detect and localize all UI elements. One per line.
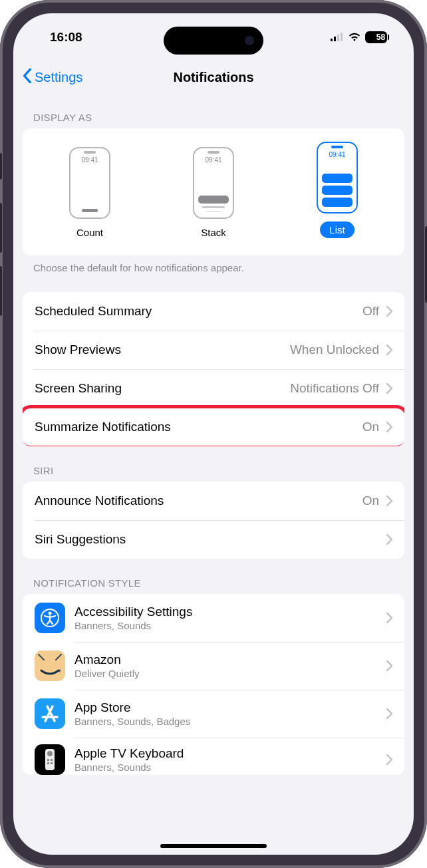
announce-notifications-row[interactable]: Announce Notifications On — [23, 482, 404, 520]
chevron-right-icon — [386, 754, 392, 765]
svg-rect-11 — [51, 762, 53, 764]
screen: 16:08 58 Settings Not — [13, 13, 414, 855]
announce-notifications-value: On — [362, 494, 379, 508]
chevron-right-icon — [386, 345, 392, 355]
chevron-right-icon — [386, 383, 392, 394]
navigation-bar: Settings Notifications — [13, 61, 414, 93]
scheduled-summary-label: Scheduled Summary — [35, 304, 152, 319]
iphone-device-frame: 16:08 58 Settings Not — [0, 0, 427, 868]
screen-sharing-row[interactable]: Screen Sharing Notifications Off — [23, 369, 404, 408]
volume-up-button — [0, 203, 2, 253]
display-as-stack[interactable]: 09:41 Stack — [193, 147, 234, 238]
notification-style-group: Accessibility Settings Banners, Sounds A… — [23, 594, 404, 775]
mute-switch — [0, 153, 2, 180]
battery-icon: 58 — [365, 31, 387, 43]
amazon-app-icon — [35, 651, 65, 681]
app-row-apple-tv-keyboard[interactable]: Apple TV Keyboard Banners, Sounds — [23, 738, 404, 775]
siri-group: Announce Notifications On Siri Suggestio… — [23, 482, 404, 559]
app-row-amazon[interactable]: Amazon Deliver Quietly — [23, 642, 404, 690]
status-right: 58 — [331, 30, 387, 45]
display-as-stack-label: Stack — [201, 227, 226, 238]
accessibility-app-icon — [35, 603, 65, 633]
dynamic-island — [164, 27, 263, 55]
app-sub: Banners, Sounds, Badges — [74, 716, 376, 727]
summarize-notifications-value: On — [362, 420, 379, 434]
chevron-right-icon — [386, 613, 392, 623]
scroll-content[interactable]: DISPLAY AS 09:41 Count 09:41 Stack 09:41 — [13, 93, 414, 775]
chevron-right-icon — [386, 708, 392, 719]
scheduled-summary-row[interactable]: Scheduled Summary Off — [23, 292, 404, 331]
display-as-count[interactable]: 09:41 Count — [69, 147, 110, 238]
display-as-caption: Choose the default for how notifications… — [13, 255, 414, 273]
display-as-picker: 09:41 Count 09:41 Stack 09:41 List — [23, 128, 404, 255]
chevron-right-icon — [386, 422, 392, 432]
cellular-icon — [331, 30, 344, 45]
scheduled-summary-value: Off — [362, 304, 379, 319]
svg-rect-0 — [331, 39, 333, 41]
app-name: Accessibility Settings — [74, 605, 376, 619]
svg-rect-9 — [51, 759, 53, 761]
chevron-right-icon — [386, 534, 392, 545]
svg-rect-3 — [341, 33, 343, 41]
chevron-right-icon — [386, 496, 392, 506]
siri-suggestions-row[interactable]: Siri Suggestions — [23, 520, 404, 559]
app-name: Apple TV Keyboard — [74, 746, 376, 761]
app-name: Amazon — [74, 652, 376, 667]
wifi-icon — [348, 30, 361, 45]
battery-percent: 58 — [376, 33, 385, 42]
notification-style-header: NOTIFICATION STYLE — [13, 559, 414, 594]
summarize-notifications-label: Summarize Notifications — [35, 420, 171, 434]
screen-sharing-label: Screen Sharing — [35, 381, 122, 396]
app-row-app-store[interactable]: App Store Banners, Sounds, Badges — [23, 690, 404, 738]
summarize-notifications-row[interactable]: Summarize Notifications On — [23, 408, 404, 446]
display-as-list[interactable]: 09:41 List — [317, 142, 358, 238]
app-sub: Deliver Quietly — [74, 668, 376, 679]
screen-sharing-value: Notifications Off — [290, 381, 379, 396]
app-sub: Banners, Sounds — [74, 620, 376, 631]
display-as-list-label: List — [320, 221, 354, 238]
app-name: App Store — [74, 700, 376, 715]
chevron-right-icon — [386, 306, 392, 317]
svg-point-5 — [49, 612, 52, 615]
display-as-count-label: Count — [76, 227, 103, 238]
siri-header: SIRI — [13, 446, 414, 482]
show-previews-row[interactable]: Show Previews When Unlocked — [23, 331, 404, 369]
svg-rect-8 — [47, 759, 49, 761]
apple-tv-keyboard-app-icon — [35, 744, 65, 775]
chevron-right-icon — [386, 660, 392, 671]
show-previews-label: Show Previews — [35, 343, 121, 357]
svg-rect-2 — [337, 35, 339, 41]
app-store-app-icon — [35, 698, 65, 729]
app-sub: Banners, Sounds — [74, 762, 376, 773]
home-indicator[interactable] — [160, 844, 267, 848]
general-settings-group: Scheduled Summary Off Show Previews When… — [23, 292, 404, 446]
display-as-header: DISPLAY AS — [13, 93, 414, 128]
siri-suggestions-label: Siri Suggestions — [35, 532, 126, 547]
svg-point-7 — [47, 751, 53, 756]
announce-notifications-label: Announce Notifications — [35, 494, 164, 508]
svg-rect-10 — [47, 762, 49, 764]
status-time: 16:08 — [50, 30, 82, 45]
svg-rect-1 — [334, 37, 336, 41]
app-row-accessibility[interactable]: Accessibility Settings Banners, Sounds — [23, 594, 404, 642]
volume-down-button — [0, 266, 2, 316]
show-previews-value: When Unlocked — [290, 343, 379, 357]
page-title: Notifications — [13, 70, 414, 85]
